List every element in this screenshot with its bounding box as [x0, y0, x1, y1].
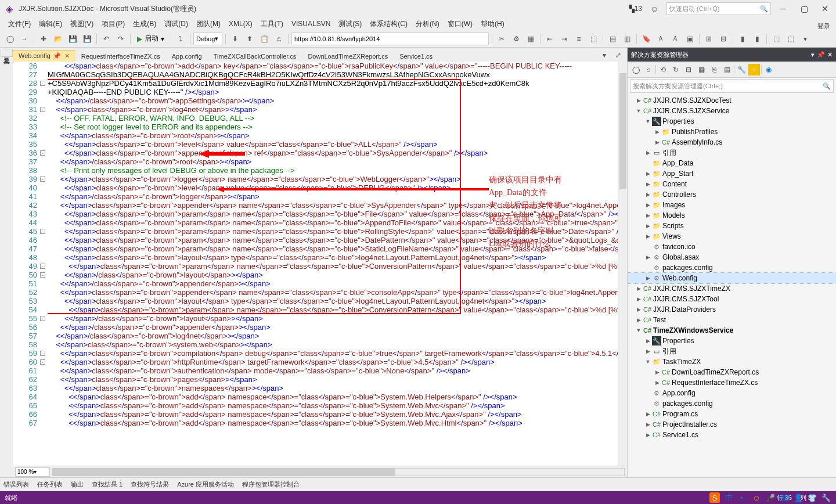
- config-combo[interactable]: Debug ▾: [193, 33, 222, 45]
- close-tab-icon[interactable]: ✕: [64, 52, 70, 59]
- menu-item[interactable]: 编辑(E): [35, 18, 66, 30]
- tree-item[interactable]: ▶C#JXJR.DataProviders: [628, 304, 836, 315]
- outdent-icon[interactable]: ⬚: [587, 33, 600, 45]
- tree-item[interactable]: ⚙App.config: [628, 388, 836, 398]
- document-tab[interactable]: RequestInterfaceTimeZX.cs: [75, 51, 166, 62]
- sogou-icon[interactable]: S: [709, 492, 720, 503]
- pin-icon[interactable]: 📌: [53, 52, 61, 59]
- hscroll-thumb[interactable]: [53, 469, 395, 476]
- output-tab[interactable]: 错误列表: [3, 480, 29, 489]
- tree-twisty-icon[interactable]: ▶: [635, 286, 643, 291]
- minimize-button[interactable]: ─: [774, 2, 792, 15]
- misc-icon-c[interactable]: ▣: [683, 33, 696, 45]
- ime-cn-icon[interactable]: 中: [723, 492, 734, 503]
- se-refresh-icon[interactable]: ↻: [670, 64, 682, 75]
- ime-mic-icon[interactable]: 🎤: [765, 492, 776, 503]
- nav-back-icon[interactable]: ◯: [3, 33, 16, 45]
- tree-item[interactable]: ▶🔧Properties: [628, 336, 836, 346]
- tree-item[interactable]: ▶📁Images: [628, 200, 836, 210]
- se-home-icon[interactable]: ⌂: [643, 64, 654, 75]
- tree-item[interactable]: ▶C#JXJR.CMS.SJZXDocTest: [628, 95, 836, 106]
- tree-item[interactable]: ▼C#JXJR.CMS.SJZXService: [628, 106, 836, 116]
- tree-item[interactable]: ⚙packages.config: [628, 398, 836, 409]
- tree-item[interactable]: ▶C#RequestInterfaceTimeZX.cs: [628, 377, 836, 388]
- tree-item[interactable]: ▶📁Models: [628, 210, 836, 221]
- menu-item[interactable]: 团队(M): [193, 18, 224, 30]
- save-all-icon[interactable]: 💾: [81, 33, 93, 45]
- tree-item[interactable]: ▼📁TaskTimeZX: [628, 357, 836, 367]
- menu-item[interactable]: VISUALSVN: [288, 19, 334, 29]
- se-preview-icon[interactable]: ⚡: [748, 64, 760, 75]
- svn-commit-icon[interactable]: ⬆: [243, 33, 256, 45]
- side-close-icon[interactable]: ✕: [827, 51, 833, 59]
- save-icon[interactable]: 💾: [66, 33, 79, 45]
- tree-twisty-icon[interactable]: ▶: [653, 380, 661, 386]
- document-tab[interactable]: DownLoadTimeZXReport.cs: [302, 51, 394, 62]
- tree-twisty-icon[interactable]: ▶: [644, 233, 652, 239]
- tree-twisty-icon[interactable]: ▶: [644, 254, 652, 260]
- tree-twisty-icon[interactable]: ▶: [644, 213, 652, 218]
- menu-item[interactable]: 视图(V): [67, 18, 97, 30]
- tree-item[interactable]: ▶C#AssemblyInfo.cs: [628, 137, 836, 147]
- misc-icon-e[interactable]: ⊟: [717, 33, 730, 45]
- ime-keyboard-icon[interactable]: ⌨: [779, 492, 790, 503]
- tree-twisty-icon[interactable]: ▶: [644, 422, 652, 427]
- tab-expand-icon[interactable]: ⤢: [612, 49, 625, 62]
- toolbox-tab[interactable]: 工具箱: [1, 49, 13, 57]
- code-editor[interactable]: <</span>class</span>="c-brown">add</span…: [48, 62, 618, 466]
- output-tab[interactable]: Azure 应用服务活动: [177, 480, 234, 489]
- menu-item[interactable]: 体系结构(C): [366, 18, 411, 30]
- ime-tool-icon[interactable]: 🔧: [821, 492, 831, 503]
- start-button[interactable]: ▶启动 ▾: [134, 33, 168, 45]
- tree-item[interactable]: ▶C#JXJR.CMS.SJZXTimeZX: [628, 283, 836, 294]
- step-icon[interactable]: ⤵: [174, 33, 187, 45]
- svn-diff-icon[interactable]: ⎌: [272, 33, 285, 45]
- se-sync-icon[interactable]: ⟲: [657, 64, 669, 75]
- tool-icon-2[interactable]: ⚙: [510, 33, 522, 45]
- tree-item[interactable]: ▶C#Service1.cs: [628, 430, 836, 440]
- menu-item[interactable]: 生成(B): [129, 18, 160, 30]
- tree-item[interactable]: ▶📁App_Start: [628, 168, 836, 179]
- tree-item[interactable]: ▶C#Test: [628, 315, 836, 325]
- undo-icon[interactable]: ↶: [100, 33, 113, 45]
- menu-item[interactable]: 调试(D): [161, 18, 192, 30]
- tree-item[interactable]: ▶▭引用: [628, 346, 836, 357]
- tree-item[interactable]: ⚙favicon.ico: [628, 242, 836, 252]
- tree-twisty-icon[interactable]: ▼: [644, 118, 652, 124]
- tree-twisty-icon[interactable]: ▶: [644, 223, 652, 229]
- redo-icon[interactable]: ↷: [114, 33, 127, 45]
- tree-twisty-icon[interactable]: ▼: [635, 108, 643, 114]
- side-dropdown-icon[interactable]: ▾: [811, 51, 815, 59]
- misc-icon-h[interactable]: ⬚: [770, 33, 783, 45]
- se-back-icon[interactable]: ◯: [630, 64, 642, 75]
- ime-skin-icon[interactable]: 👕: [807, 492, 817, 503]
- tree-twisty-icon[interactable]: ▶: [653, 129, 661, 135]
- menu-item[interactable]: 工具(T): [257, 18, 287, 30]
- svn-log-icon[interactable]: 📋: [258, 33, 271, 45]
- menu-item[interactable]: 测试(S): [335, 18, 365, 30]
- indent-left-icon[interactable]: ⇤: [543, 33, 556, 45]
- output-tab[interactable]: 查找结果 1: [92, 480, 122, 489]
- format-icon[interactable]: ≡: [572, 33, 585, 45]
- menu-item[interactable]: XML(X): [225, 19, 256, 29]
- se-collapse-icon[interactable]: ⊟: [683, 64, 694, 75]
- misc-icon-a[interactable]: Ａ: [654, 33, 667, 45]
- tab-dropdown-icon[interactable]: ▾: [598, 49, 611, 62]
- tree-item[interactable]: ▶📁Content: [628, 179, 836, 189]
- se-prop-icon[interactable]: 🔧: [736, 64, 747, 75]
- output-tab[interactable]: 输出: [71, 480, 84, 489]
- tree-item[interactable]: ▶📁Controllers: [628, 189, 836, 200]
- misc-icon-d[interactable]: ⊞: [702, 33, 715, 45]
- zoom-combo[interactable]: 100 % ▾: [15, 467, 50, 477]
- maximize-button[interactable]: ▢: [795, 2, 813, 15]
- svn-update-icon[interactable]: ⬇: [229, 33, 242, 45]
- tree-twisty-icon[interactable]: ▼: [644, 359, 652, 365]
- tool-icon-1[interactable]: ✂: [495, 33, 508, 45]
- menu-item[interactable]: 分析(N): [412, 18, 443, 30]
- side-pin-icon[interactable]: 📌: [817, 51, 825, 59]
- login-link[interactable]: 登录: [817, 22, 830, 31]
- quick-launch-input[interactable]: 快速启动 (Ctrl+Q)🔍: [666, 2, 771, 15]
- tree-twisty-icon[interactable]: ▶: [644, 202, 652, 208]
- tree-twisty-icon[interactable]: ▶: [644, 432, 652, 438]
- tree-twisty-icon[interactable]: ▶: [653, 139, 661, 145]
